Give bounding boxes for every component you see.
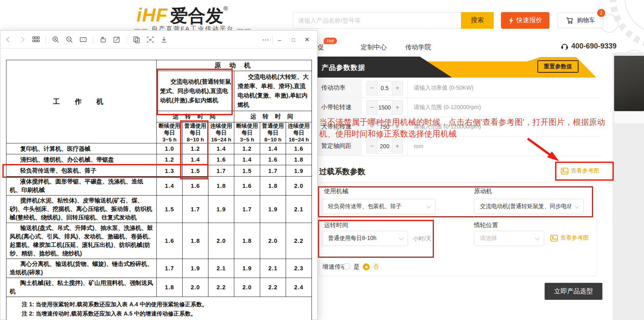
factor-value: 1.4	[260, 143, 286, 154]
cart-button[interactable]: 购物车	[558, 13, 604, 28]
factor-value: 1.8	[260, 177, 286, 196]
usage-header-cell: 连续使用每日16~24 h	[286, 122, 312, 143]
factor-value: 1.3	[157, 165, 183, 177]
quantity-stepper[interactable]: −200+	[366, 139, 403, 154]
factor-value: 1.5	[183, 165, 208, 177]
search-bar[interactable]	[293, 12, 461, 29]
radio-yes[interactable]	[343, 263, 350, 270]
nav-item-custom-center[interactable]: 定制中心	[361, 43, 387, 52]
factor-value: 1.6	[157, 223, 183, 259]
view-reference-link-idler[interactable]: 查看参考图	[550, 234, 589, 242]
speedup-label: 增速传动	[322, 263, 347, 271]
fit-size-icon[interactable]	[79, 36, 87, 44]
cart-badge: 2	[597, 9, 605, 17]
view-reference-button[interactable]: 查看参考图	[561, 167, 599, 175]
minus-button[interactable]: −	[367, 101, 377, 114]
factor-value: 1.6	[260, 154, 286, 165]
factor-value: 2.0	[260, 223, 286, 259]
work-machine-header: 工 作 机	[6, 60, 157, 143]
chevron-down-icon	[575, 204, 579, 208]
toolbar-divider	[93, 36, 93, 44]
work-rows: 复印机、计算机、医疗器械1.01.21.41.21.41.6清扫机、缝纫机、办公…	[6, 143, 312, 320]
cart-label: 购物车	[577, 17, 595, 24]
chevron-down-icon	[535, 236, 539, 240]
factor-value: 1.8	[234, 223, 260, 259]
param-value-input[interactable]: 200	[377, 139, 392, 153]
minus-button[interactable]: −	[367, 120, 377, 134]
forward-icon[interactable]	[18, 36, 26, 44]
runtime-select[interactable]: 普通使用每日8-10h	[322, 231, 408, 246]
factor-value: 2.1	[286, 196, 312, 223]
use-machine-select[interactable]: 轻负荷传送带、包装机、筛子	[322, 199, 436, 214]
download-icon[interactable]	[160, 36, 168, 44]
param-value-input[interactable]: 750	[377, 120, 392, 134]
chevron-down-icon	[426, 204, 431, 208]
plus-button[interactable]: +	[392, 139, 402, 153]
quantity-stepper[interactable]: −750+	[366, 120, 403, 134]
param-value-input[interactable]: 1500	[377, 101, 392, 114]
maximize-button[interactable]: □	[286, 31, 300, 48]
overload-section-title: 过载系数参数	[319, 166, 365, 177]
table-row: 液体搅拌机、圆形带锯、平碾盘、洗涤机、造纸机、印刷机械1.41.61.81.61…	[6, 177, 312, 196]
nav-item-promo[interactable]: 促	[318, 43, 324, 52]
param-row: 暂定轴间距−200+mm	[318, 137, 602, 156]
factor-value: 1.4	[208, 143, 234, 154]
image-viewer-window: ⋯ – □ ✕ 工 作 机 原 动 机 交流电动机(普通转矩鼠笼式、同步电动机)…	[0, 30, 318, 320]
factor-value: 1.4	[183, 154, 208, 165]
factor-value: 1.6	[208, 154, 234, 165]
factor-value: 1.6	[234, 177, 260, 196]
select-product-button[interactable]: 立即产品选型	[545, 283, 602, 300]
thumbnails-icon[interactable]	[32, 36, 40, 44]
prime-mover-value: 交流电动机(普通转矩鼠笼、同步电动机),	[480, 203, 571, 210]
zoom-out-icon[interactable]	[65, 36, 74, 44]
factor-value: 2.4	[286, 278, 312, 297]
prime-mover-select[interactable]: 交流电动机(普通转矩鼠笼、同步电动机),	[474, 199, 584, 214]
minus-button[interactable]: −	[367, 81, 377, 95]
param-value-input[interactable]: 0.5	[377, 81, 392, 95]
rotate-icon[interactable]	[99, 36, 107, 44]
factor-value: 2.2	[208, 278, 234, 297]
zoom-in-icon[interactable]	[52, 36, 60, 44]
quick-quote-label: 快速报价	[516, 16, 542, 25]
work-machine-name: 轻负荷传送带、包装机、筛子	[6, 165, 157, 177]
reset-params-button[interactable]: 重置参数值	[537, 60, 579, 73]
usage-header-cell: 普通使用每日8~10 h	[260, 122, 286, 143]
toolbar-divider	[46, 36, 46, 44]
idler-label: 惰轮位置	[474, 221, 498, 229]
radio-no-label[interactable]: 否	[373, 263, 379, 271]
minimize-button[interactable]: –	[273, 31, 286, 48]
runtime-value: 普通使用每日8-10h	[328, 235, 377, 242]
search-button[interactable]: 搜索	[461, 12, 494, 29]
param-rows: 传动功率−0.5+请输入功率值 (0-50KW)小带轮转速−1500+请输入范围…	[318, 78, 602, 156]
factor-value: 1.9	[208, 196, 234, 223]
plus-button[interactable]: +	[392, 120, 402, 134]
radio-yes-label[interactable]: 是	[354, 263, 360, 271]
work-machine-name: 输送机(盘式、吊式、升降式)、抽水泵、洗涤机、鼓风机(离心式、引风、排风)、发动…	[6, 223, 157, 259]
edit-icon[interactable]	[113, 36, 121, 44]
factor-value: 1.7	[234, 196, 260, 223]
nav-item-academy[interactable]: 传动学院	[405, 43, 431, 52]
table-row: 离心分离机、输送机(货物、螺旋)、锤击式粉碎机、造纸机(碎浆)1.71.92.1…	[6, 259, 312, 278]
quantity-stepper[interactable]: −1500+	[366, 100, 403, 115]
idler-select[interactable]: 请选择	[474, 231, 544, 246]
more-options-button[interactable]: ⋯	[259, 31, 272, 48]
param-label: 暂定轴间距	[318, 137, 362, 156]
param-label: 传动功率	[318, 78, 362, 97]
search-input[interactable]	[293, 13, 461, 28]
back-icon[interactable]	[4, 36, 13, 44]
copy-page-icon[interactable]	[133, 36, 141, 44]
quick-quote-button[interactable]: 快速报价	[501, 12, 549, 29]
work-machine-name: 液体搅拌机、圆形带锯、平碾盘、洗涤机、造纸机、印刷机械	[6, 177, 157, 196]
ocr-select-icon[interactable]	[146, 36, 154, 44]
minus-button[interactable]: −	[367, 139, 377, 153]
factor-value: 1.0	[157, 143, 183, 154]
plus-button[interactable]: +	[392, 101, 402, 114]
close-button[interactable]: ✕	[300, 31, 314, 48]
quantity-stepper[interactable]: −0.5+	[366, 81, 403, 95]
factor-value: 1.2	[183, 143, 208, 154]
prime-mover-header: 原 动 机	[157, 60, 312, 71]
plus-button[interactable]: +	[392, 81, 402, 95]
usage-header-cell: 普通使用每日8~10 h	[183, 122, 208, 143]
param-row: 小带轮转速−1500+请输入范围 (0-120000rpm)	[318, 98, 602, 117]
usage-header-cell: 断续使用每日3~5 h	[234, 122, 260, 143]
